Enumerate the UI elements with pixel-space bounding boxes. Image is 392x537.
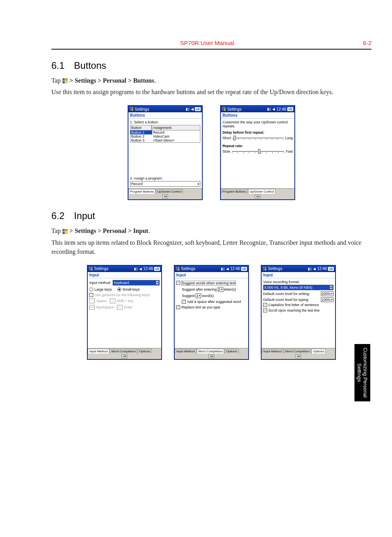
speaker-icon: ◀	[139, 267, 142, 271]
clock: 12:46	[317, 267, 327, 271]
start-icon[interactable]	[176, 267, 180, 271]
clock: 12:46	[230, 267, 240, 271]
tab-options[interactable]: Options	[311, 349, 326, 354]
ok-button[interactable]: ok	[154, 267, 160, 271]
suggest-words-checkbox[interactable]: ✓Suggest words when entering text	[176, 281, 247, 286]
pda-buttons-program: Settings ▮▯ ◀ ok Buttons 1. Select a but…	[128, 105, 203, 200]
tab-word-completion[interactable]: Word Completion	[284, 349, 311, 354]
pda-buttons-updown: Settings ▮▯ ◀ 12:46 ok Buttons Customize…	[220, 105, 295, 200]
large-keys-radio[interactable]: Large keys	[89, 287, 112, 291]
zoom-typing-select[interactable]: 100%▾	[321, 297, 334, 302]
chevron-down-icon: ▾	[331, 292, 333, 295]
sub-header: Buttons	[128, 112, 202, 119]
gesture-shift-icon: ↕	[110, 299, 115, 303]
tab-input-method[interactable]: Input Method	[175, 349, 196, 354]
chevron-down-icon: ▾	[331, 298, 333, 301]
titlebar: Settings ▮▯ ◀ ok	[128, 106, 202, 112]
zoom-typing-label: Default zoom level for typing:	[263, 298, 320, 302]
assign-program-label: 2. Assign a program:	[130, 176, 200, 180]
select-button-label: 1. Select a button:	[130, 120, 200, 124]
tab-up-down-control[interactable]: Up/Down Control	[248, 189, 275, 194]
add-space-checkbox[interactable]: ✓Add a space after suggested word	[176, 300, 247, 304]
gesture-backspace-icon: ⟵	[89, 305, 95, 310]
start-icon[interactable]	[222, 107, 226, 111]
start-icon[interactable]	[130, 107, 134, 111]
scroll-checkbox[interactable]: ✓Scroll upon reaching the last line	[263, 308, 334, 312]
section-6-1-heading: 6.1 Buttons	[51, 60, 371, 71]
keyboard-icon[interactable]: ⌨	[209, 354, 214, 358]
tab-word-completion[interactable]: Word Completion	[110, 349, 138, 354]
button-table-header: ButtonAssignment	[130, 125, 200, 130]
keyboard-icon[interactable]: ⌨	[296, 354, 301, 358]
sub-header: Input	[175, 272, 248, 278]
ok-button[interactable]: ok	[195, 107, 201, 111]
table-row[interactable]: Button 1Record	[130, 130, 200, 134]
chevron-down-icon: ▾	[198, 182, 199, 186]
gesture-space-icon: ↔	[89, 299, 95, 303]
table-row[interactable]: Button 2VideoCam	[130, 134, 200, 138]
delay-label: Delay before first repeat:	[222, 130, 293, 134]
tab-options[interactable]: Options	[224, 349, 239, 354]
keyboard-icon[interactable]: ⌨	[255, 195, 260, 199]
small-keys-radio[interactable]: Small keys	[117, 287, 140, 291]
ok-button[interactable]: ok	[287, 107, 293, 111]
updown-desc: Customize the way your Up/Down control r…	[222, 120, 293, 128]
signal-icon: ▮▯	[134, 267, 138, 271]
table-row[interactable]: Button 3<Start Menu>	[130, 138, 200, 142]
window-title: Settings	[94, 267, 108, 271]
window-title: Settings	[181, 267, 195, 271]
ok-button[interactable]: ok	[328, 267, 334, 271]
tab-up-down-control[interactable]: Up/Down Control	[156, 189, 183, 194]
start-icon[interactable]	[89, 267, 93, 271]
delay-slider[interactable]: Short Long	[222, 136, 293, 140]
manual-title: SP70R User Manual	[180, 40, 234, 46]
tab-program-buttons[interactable]: Program Buttons	[128, 189, 155, 194]
speaker-icon: ◀	[191, 107, 194, 111]
keyboard-icon[interactable]: ⌨	[122, 354, 127, 358]
section-6-1-desc: Use this item to assign programs to the …	[51, 87, 371, 96]
gesture-enter-icon: ↵	[117, 305, 122, 310]
tab-input-method[interactable]: Input Method	[88, 349, 109, 354]
keyboard-icon[interactable]: ⌨	[162, 195, 168, 199]
start-icon	[62, 229, 68, 234]
speaker-icon: ◀	[226, 267, 229, 271]
rate-slider[interactable]: Slow Fast	[222, 149, 293, 153]
rate-label: Repeat rate:	[222, 144, 293, 148]
page-number: 6-2	[363, 40, 371, 46]
chevron-down-icon: ▾	[199, 294, 200, 297]
input-method-select[interactable]: Keyboard▾	[113, 280, 160, 286]
speaker-icon: ◀	[313, 267, 316, 271]
chevron-down-icon: ▾	[156, 281, 158, 284]
pda-input-completion: Settings ▮▯ ◀ 12:46 ok Input ✓Suggest wo…	[174, 265, 249, 360]
window-title: Settings	[135, 107, 149, 112]
chevron-down-icon: ▾	[330, 286, 332, 289]
section-6-2-desc: This item sets up items related to Block…	[51, 238, 371, 256]
section-6-1-tap-path: Tap > Settings > Personal > Buttons.	[51, 76, 371, 85]
sub-header: Input	[88, 272, 161, 278]
zoom-writing-label: Default zoom level for writing:	[263, 292, 320, 296]
signal-icon: ▮▯	[221, 267, 225, 271]
input-method-label: Input method:	[89, 281, 111, 285]
words-select[interactable]: 1▾	[196, 293, 201, 298]
tab-word-completion[interactable]: Word Completion	[197, 349, 224, 354]
start-icon[interactable]	[263, 267, 267, 271]
letters-select[interactable]: 2▾	[218, 287, 223, 292]
section-6-2-heading: 6.2 Input	[51, 210, 371, 221]
chevron-down-icon: ▾	[221, 288, 222, 291]
tab-input-method[interactable]: Input Method	[262, 349, 283, 354]
start-icon	[62, 78, 68, 84]
gestures-checkbox[interactable]: Use gestures for the following keys:	[89, 293, 160, 297]
speaker-icon: ◀	[272, 107, 275, 111]
sub-header: Buttons	[221, 112, 294, 119]
zoom-writing-select[interactable]: 200%▾	[321, 291, 334, 296]
assign-program-select[interactable]: Record▾	[130, 181, 200, 187]
section-6-2-tap-path: Tap > Settings > Personal > Input.	[51, 226, 371, 235]
replace-text-checkbox[interactable]: ✓Replace text as you type	[176, 305, 247, 309]
clock: 12:46	[276, 107, 286, 112]
voice-format-select[interactable]: 8,000 Hz, 8 Bit, Mono (8 KB/s)▾	[263, 285, 334, 290]
capitalize-checkbox[interactable]: ✓Capitalize first letter of sentence	[263, 303, 334, 307]
ok-button[interactable]: ok	[241, 267, 247, 271]
tab-program-buttons[interactable]: Program Buttons	[221, 189, 248, 194]
signal-icon: ▮▯	[186, 107, 190, 111]
tab-options[interactable]: Options	[138, 349, 152, 354]
